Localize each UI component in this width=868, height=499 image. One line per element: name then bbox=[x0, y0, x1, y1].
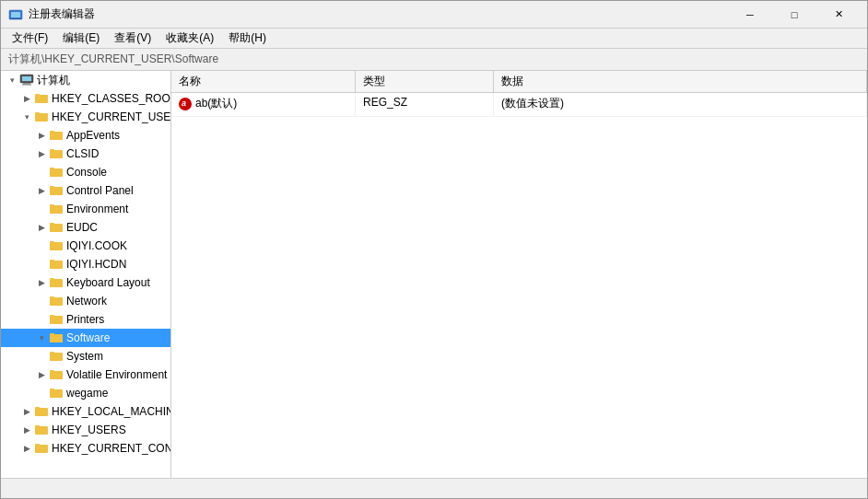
svg-rect-25 bbox=[50, 261, 63, 269]
tree-node-control-panel[interactable]: ▶ Control Panel bbox=[1, 181, 170, 200]
folder-appevents-icon bbox=[49, 129, 64, 142]
tree-node-console[interactable]: ▶ Console bbox=[1, 163, 170, 181]
folder-iqiyi-hcdn-icon bbox=[49, 258, 64, 271]
folder-eudc-icon bbox=[49, 221, 64, 234]
svg-rect-12 bbox=[50, 131, 54, 133]
col-header-type: 类型 bbox=[356, 71, 494, 92]
svg-rect-44 bbox=[35, 425, 40, 427]
folder-environment-icon bbox=[49, 203, 64, 215]
expand-volatile-environment[interactable]: ▶ bbox=[34, 366, 49, 383]
menu-view[interactable]: 查看(V) bbox=[107, 29, 158, 48]
expand-clsid[interactable]: ▶ bbox=[34, 145, 49, 162]
tree-node-computer[interactable]: ▾ 计算机 bbox=[1, 71, 170, 89]
tree-node-hkey-current-user[interactable]: ▾ HKEY_CURRENT_USER bbox=[1, 108, 170, 126]
node-wegame: wegame bbox=[66, 385, 111, 401]
svg-rect-20 bbox=[50, 204, 54, 206]
expand-control-panel[interactable]: ▶ bbox=[34, 182, 49, 199]
default-value-icon: ab(默认) bbox=[179, 96, 237, 111]
svg-rect-7 bbox=[35, 95, 48, 103]
svg-rect-46 bbox=[35, 444, 40, 446]
svg-rect-4 bbox=[22, 76, 31, 81]
tree-node-appevents[interactable]: ▶ AppEvents bbox=[1, 126, 170, 145]
svg-rect-11 bbox=[50, 132, 63, 140]
menu-help[interactable]: 帮助(H) bbox=[221, 29, 274, 48]
svg-rect-17 bbox=[50, 187, 63, 195]
svg-rect-39 bbox=[50, 389, 63, 398]
tree-node-hkey-current-config[interactable]: ▶ HKEY_CURRENT_CONFIG bbox=[1, 439, 170, 458]
menu-favorites[interactable]: 收藏夹(A) bbox=[158, 29, 221, 48]
app-icon bbox=[8, 7, 23, 22]
expand-software[interactable]: ▾ bbox=[34, 330, 49, 346]
detail-row-default[interactable]: ab(默认) REG_SZ (数值未设置) bbox=[171, 93, 867, 117]
node-clsid: CLSID bbox=[66, 145, 102, 162]
expand-local-machine[interactable]: ▶ bbox=[19, 403, 34, 420]
tree-node-eudc[interactable]: ▶ EUDC bbox=[1, 218, 170, 237]
tree-node-volatile-environment[interactable]: ▶ Volatile Environment bbox=[1, 366, 170, 384]
node-iqiyi-cook: IQIYI.COOK bbox=[66, 238, 131, 254]
tree-node-iqiyi-hcdn[interactable]: ▶ IQIYI.HCDN bbox=[1, 255, 170, 273]
node-iqiyi-hcdn: IQIYI.HCDN bbox=[66, 256, 130, 273]
title-bar-left: 注册表编辑器 bbox=[8, 6, 95, 22]
tree-panel[interactable]: ▾ 计算机 ▶ bbox=[1, 71, 171, 478]
svg-rect-45 bbox=[35, 445, 48, 453]
cell-data-default: (数值未设置) bbox=[494, 93, 867, 116]
expand-users[interactable]: ▶ bbox=[19, 422, 34, 438]
minimize-button[interactable]: ─ bbox=[729, 1, 771, 29]
col-header-name: 名称 bbox=[171, 71, 356, 92]
address-bar: 计算机\HKEY_CURRENT_USER\Software bbox=[1, 49, 867, 71]
expand-current-config[interactable]: ▶ bbox=[19, 440, 34, 457]
expand-computer[interactable]: ▾ bbox=[5, 72, 19, 88]
svg-rect-38 bbox=[50, 370, 54, 372]
node-environment: Environment bbox=[66, 201, 132, 217]
svg-rect-5 bbox=[23, 83, 30, 85]
node-control-panel: Control Panel bbox=[66, 182, 137, 199]
registry-editor-window: 注册表编辑器 ─ □ ✕ 文件(F) 编辑(E) 查看(V) 收藏夹(A) 帮助… bbox=[0, 0, 868, 499]
svg-rect-13 bbox=[50, 150, 63, 158]
folder-system-icon bbox=[49, 350, 64, 363]
expand-eudc[interactable]: ▶ bbox=[34, 219, 49, 236]
folder-users-icon bbox=[34, 424, 49, 436]
tree-node-environment[interactable]: ▶ Environment bbox=[1, 200, 170, 218]
folder-current-config-icon bbox=[34, 442, 49, 455]
svg-rect-28 bbox=[50, 278, 54, 280]
maximize-button[interactable]: □ bbox=[773, 1, 815, 29]
svg-rect-40 bbox=[50, 389, 54, 390]
detail-panel: 名称 类型 数据 ab(默认) REG_SZ (数值未设置) bbox=[171, 71, 867, 478]
tree-node-hkey-users[interactable]: ▶ HKEY_USERS bbox=[1, 421, 170, 439]
tree-node-wegame[interactable]: ▶ wegame bbox=[1, 384, 170, 402]
svg-rect-6 bbox=[22, 85, 31, 86]
close-button[interactable]: ✕ bbox=[817, 1, 860, 29]
node-hkey-current-user: HKEY_CURRENT_USER bbox=[52, 109, 171, 125]
node-hkey-current-config: HKEY_CURRENT_CONFIG bbox=[52, 440, 171, 457]
svg-rect-1 bbox=[11, 12, 20, 17]
folder-volatile-icon bbox=[49, 368, 64, 381]
menu-edit[interactable]: 编辑(E) bbox=[55, 29, 107, 48]
node-appevents: AppEvents bbox=[66, 127, 123, 144]
expand-current-user[interactable]: ▾ bbox=[19, 109, 34, 125]
main-content: ▾ 计算机 ▶ bbox=[1, 71, 867, 478]
tree-node-software[interactable]: ▾ Software bbox=[1, 329, 170, 347]
svg-rect-22 bbox=[50, 223, 54, 225]
folder-current-user-icon bbox=[34, 110, 49, 123]
node-printers: Printers bbox=[66, 311, 108, 328]
node-hkey-classes-root: HKEY_CLASSES_ROOT bbox=[52, 90, 171, 107]
tree-node-iqiyi-cook[interactable]: ▶ IQIYI.COOK bbox=[1, 237, 170, 255]
expand-classes-root[interactable]: ▶ bbox=[19, 90, 34, 107]
svg-rect-21 bbox=[50, 224, 63, 232]
menu-file[interactable]: 文件(F) bbox=[5, 29, 55, 48]
svg-rect-18 bbox=[50, 186, 54, 188]
node-keyboard-layout: Keyboard Layout bbox=[66, 274, 154, 291]
tree-node-keyboard-layout[interactable]: ▶ Keyboard Layout bbox=[1, 273, 170, 292]
folder-local-machine-icon bbox=[34, 405, 49, 418]
svg-rect-9 bbox=[35, 113, 48, 122]
tree-node-hkey-local-machine[interactable]: ▶ HKEY_LOCAL_MACHINE bbox=[1, 402, 170, 421]
tree-node-hkey-classes-root[interactable]: ▶ HKEY_CLASSES_ROOT bbox=[1, 89, 170, 108]
folder-wegame-icon bbox=[49, 387, 64, 400]
tree-node-system[interactable]: ▶ System bbox=[1, 347, 170, 366]
tree-node-printers[interactable]: ▶ Printers bbox=[1, 310, 170, 329]
expand-appevents[interactable]: ▶ bbox=[34, 127, 49, 144]
tree-node-clsid[interactable]: ▶ CLSID bbox=[1, 145, 170, 163]
tree-node-network[interactable]: ▶ Network bbox=[1, 292, 170, 310]
svg-rect-15 bbox=[50, 168, 63, 177]
expand-keyboard-layout[interactable]: ▶ bbox=[34, 274, 49, 291]
